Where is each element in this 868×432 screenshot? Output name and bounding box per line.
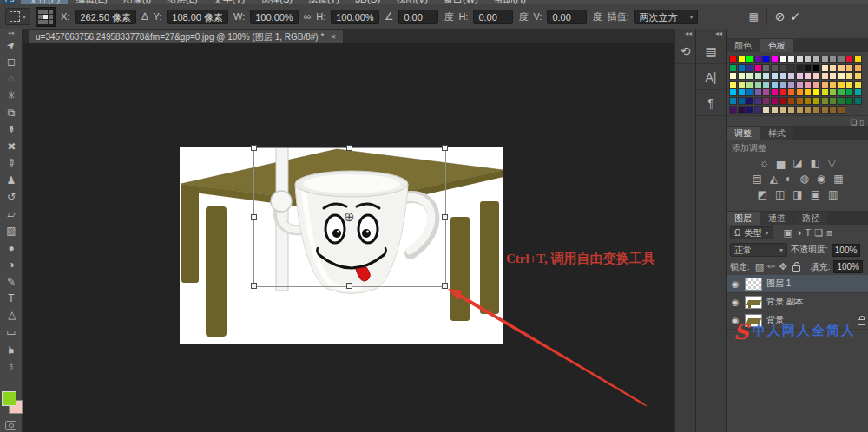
color-swatch[interactable]: [729, 56, 737, 63]
color-swatch[interactable]: [787, 106, 795, 114]
adjustments-tab-调整[interactable]: 调整: [727, 127, 760, 140]
history-panel-icon[interactable]: ⟲: [675, 38, 695, 64]
adjustments-tab-样式[interactable]: 样式: [760, 127, 793, 140]
invert-icon[interactable]: ◩: [758, 188, 767, 200]
color-swatch[interactable]: [738, 72, 746, 80]
blur-tool[interactable]: ●: [0, 239, 23, 257]
lasso-tool[interactable]: ◌: [0, 70, 23, 88]
photo-filter-icon[interactable]: ◍: [799, 173, 808, 185]
color-swatch[interactable]: [746, 72, 753, 80]
link-dimensions-icon[interactable]: ∞: [304, 10, 312, 23]
shape-tool[interactable]: ▭: [0, 324, 23, 342]
color-swatch[interactable]: [829, 97, 837, 105]
color-swatch[interactable]: [838, 56, 845, 63]
color-swatch[interactable]: [787, 97, 795, 105]
color-swatch[interactable]: [812, 88, 820, 96]
color-swatch[interactable]: [838, 81, 845, 88]
color-swatch[interactable]: [845, 88, 853, 96]
healing-brush-tool[interactable]: ✚: [0, 138, 23, 155]
layer-visibility-icon[interactable]: ◉: [730, 279, 740, 289]
color-swatch[interactable]: [796, 106, 804, 114]
color-swatch[interactable]: [746, 106, 753, 114]
color-swatch[interactable]: [762, 56, 770, 63]
clone-stamp-tool[interactable]: ♟: [0, 172, 23, 189]
transform-handle[interactable]: [251, 214, 257, 220]
tab-close-icon[interactable]: ×: [331, 32, 336, 42]
color-swatch[interactable]: [779, 64, 787, 72]
color-swatch[interactable]: [829, 88, 837, 96]
color-swatch[interactable]: [787, 64, 795, 72]
layer-row[interactable]: ◉图层 1: [727, 275, 868, 293]
width-field[interactable]: 100.00%: [250, 10, 298, 24]
height-field[interactable]: 100.00%: [331, 10, 378, 24]
layer-visibility-icon[interactable]: ◉: [730, 298, 740, 307]
color-swatch[interactable]: [821, 81, 829, 88]
color-swatch[interactable]: [729, 97, 737, 105]
history-brush-tool[interactable]: ↺: [0, 189, 23, 206]
pen-tool[interactable]: ✎: [0, 273, 23, 291]
color-swatch[interactable]: [762, 106, 770, 114]
expand-panels-icon[interactable]: ◂◂: [675, 29, 695, 38]
color-swatch[interactable]: [762, 97, 770, 105]
transform-reference-point[interactable]: ⊕: [344, 210, 355, 223]
hue-saturation-icon[interactable]: ▤: [752, 173, 761, 185]
color-swatch[interactable]: [771, 72, 779, 80]
filter-pixel-icon[interactable]: ▣: [784, 227, 792, 238]
color-swatch[interactable]: [779, 97, 787, 105]
swatches-tab-颜色[interactable]: 颜色: [727, 39, 760, 52]
tool-preset-dropdown[interactable]: ▾: [5, 8, 30, 25]
color-swatch[interactable]: [838, 97, 845, 105]
color-swatch[interactable]: [845, 56, 853, 63]
color-swatch[interactable]: [854, 64, 862, 72]
eraser-tool[interactable]: ▱: [0, 206, 23, 223]
color-swatch[interactable]: [738, 56, 746, 63]
color-swatch[interactable]: [812, 72, 820, 80]
transform-handle[interactable]: [346, 283, 352, 289]
color-swatch[interactable]: [746, 56, 753, 63]
color-swatch[interactable]: [804, 88, 812, 96]
layer-thumbnail[interactable]: [745, 278, 762, 291]
color-swatch[interactable]: [838, 64, 845, 72]
color-swatch[interactable]: [804, 56, 812, 63]
color-swatch[interactable]: [762, 88, 770, 96]
color-swatch[interactable]: [746, 88, 753, 96]
layers-tab-图层[interactable]: 图层: [727, 212, 760, 225]
foreground-color-swatch[interactable]: [2, 391, 16, 406]
color-swatch[interactable]: [796, 88, 804, 96]
color-swatch[interactable]: [729, 72, 737, 80]
angle-field[interactable]: 0.00: [398, 10, 438, 24]
color-swatch[interactable]: [771, 97, 779, 105]
transform-handle[interactable]: [442, 214, 448, 220]
posterize-icon[interactable]: ◫: [775, 188, 785, 200]
color-swatch[interactable]: [838, 106, 845, 114]
type-tool[interactable]: T: [0, 291, 23, 308]
lock-move-icon[interactable]: ✥: [779, 261, 786, 272]
selective-color-icon[interactable]: ▥: [828, 188, 838, 200]
color-swatch[interactable]: [738, 88, 746, 96]
clone-source-panel-icon[interactable]: ▤: [696, 38, 726, 64]
brightness-contrast-icon[interactable]: ☼: [760, 157, 769, 169]
commit-transform-icon[interactable]: ✓: [791, 10, 801, 23]
color-swatch[interactable]: [821, 88, 829, 96]
color-swatch[interactable]: [738, 64, 746, 72]
color-swatch[interactable]: [804, 106, 812, 114]
color-swatch[interactable]: [754, 81, 762, 88]
color-swatch[interactable]: [796, 81, 804, 88]
color-lookup-icon[interactable]: ▦: [833, 173, 843, 185]
fill-field[interactable]: 100%: [833, 260, 863, 273]
color-balance-icon[interactable]: ◭: [770, 173, 778, 185]
filter-adjustment-icon[interactable]: ◑: [796, 227, 802, 238]
color-swatch[interactable]: [845, 64, 853, 72]
opacity-field[interactable]: 100%: [832, 244, 861, 257]
quick-mask-button[interactable]: [5, 421, 16, 430]
color-swatch[interactable]: [729, 64, 737, 72]
color-swatch[interactable]: [729, 88, 737, 96]
cancel-transform-icon[interactable]: ⊘: [775, 10, 786, 23]
color-swatch[interactable]: [779, 56, 787, 63]
swatches-tab-色板[interactable]: 色板: [760, 39, 793, 52]
lock-paint-icon[interactable]: ✏: [767, 261, 775, 272]
color-swatch[interactable]: [754, 56, 762, 63]
color-swatch[interactable]: [746, 97, 753, 105]
blend-mode-dropdown[interactable]: 正常▾: [730, 243, 787, 257]
threshold-icon[interactable]: ◨: [792, 188, 802, 200]
